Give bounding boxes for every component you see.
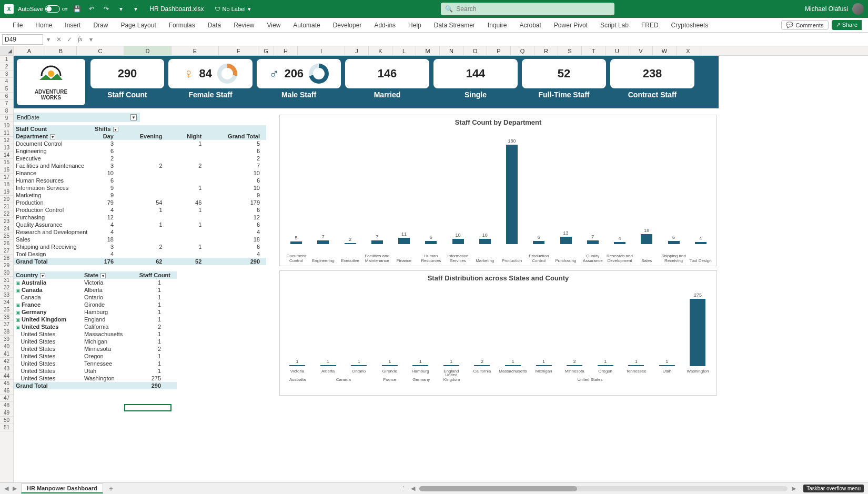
table-row[interactable]: Production Control4116 bbox=[14, 206, 266, 214]
ribbon-tab-script-lab[interactable]: Script Lab bbox=[594, 18, 635, 32]
row-header-49[interactable]: 49 bbox=[0, 409, 13, 417]
row-header-43[interactable]: 43 bbox=[0, 365, 13, 372]
table-row[interactable]: Quality Assurance4116 bbox=[14, 221, 266, 228]
row-header-32[interactable]: 32 bbox=[0, 284, 13, 291]
fx-icon[interactable]: fx bbox=[75, 35, 86, 43]
horizontal-scrollbar[interactable] bbox=[419, 486, 788, 491]
row-header-45[interactable]: 45 bbox=[0, 380, 13, 387]
table-row[interactable]: United StatesWashington275 bbox=[14, 375, 177, 382]
qat-more-icon[interactable]: ▾ bbox=[116, 4, 126, 14]
row-header-42[interactable]: 42 bbox=[0, 358, 13, 365]
row-header-10[interactable]: 10 bbox=[0, 122, 13, 129]
col-header-N[interactable]: N bbox=[440, 46, 463, 55]
formula-dropdown-icon[interactable]: ▾ bbox=[86, 36, 96, 43]
ribbon-tab-data[interactable]: Data bbox=[201, 18, 227, 32]
row-header-29[interactable]: 29 bbox=[0, 262, 13, 269]
table-row[interactable]: United StatesMichigan1 bbox=[14, 338, 177, 345]
table-row[interactable]: Human Resources66 bbox=[14, 177, 266, 184]
table-row[interactable]: Tool Design44 bbox=[14, 250, 266, 258]
ribbon-tab-data-streamer[interactable]: Data Streamer bbox=[428, 18, 481, 32]
col-header-V[interactable]: V bbox=[629, 46, 653, 55]
share-button[interactable]: ↗ Share bbox=[832, 20, 862, 30]
row-header-34[interactable]: 34 bbox=[0, 299, 13, 306]
table-row[interactable]: CanadaOntario1 bbox=[14, 294, 177, 301]
comments-button[interactable]: 💬 Comments bbox=[781, 20, 828, 30]
row-header-25[interactable]: 25 bbox=[0, 233, 13, 240]
table-row[interactable]: United StatesMassachusetts1 bbox=[14, 330, 177, 338]
dropdown-icon[interactable]: ▼ bbox=[40, 273, 45, 278]
col-header-U[interactable]: U bbox=[605, 46, 629, 55]
col-header-C[interactable]: C bbox=[77, 46, 124, 55]
cancel-formula-icon[interactable]: ✕ bbox=[54, 36, 64, 43]
dropdown-icon[interactable]: ▼ bbox=[113, 127, 118, 132]
ribbon-tab-home[interactable]: Home bbox=[29, 18, 58, 32]
table-row[interactable]: ▣GermanyHamburg1 bbox=[14, 308, 177, 316]
tab-nav-next-icon[interactable]: ▶ bbox=[13, 485, 17, 492]
col-header-R[interactable]: R bbox=[534, 46, 558, 55]
search-input[interactable] bbox=[456, 5, 610, 13]
ribbon-tab-fred[interactable]: FRED bbox=[635, 18, 665, 32]
sensitivity-label[interactable]: 🛡 No Label ▾ bbox=[215, 6, 251, 13]
worksheet-grid[interactable]: ADVENTUREWORKS 290♀84♂20614614452238 Sta… bbox=[14, 56, 868, 482]
row-header-50[interactable]: 50 bbox=[0, 417, 13, 424]
tab-nav-prev-icon[interactable]: ◀ bbox=[4, 485, 8, 492]
col-header-E[interactable]: E bbox=[171, 46, 219, 55]
row-header-44[interactable]: 44 bbox=[0, 372, 13, 380]
col-header-S[interactable]: S bbox=[558, 46, 582, 55]
chart-staff-by-state[interactable]: Staff Distribution across States and Cou… bbox=[279, 270, 717, 396]
ribbon-tab-draw[interactable]: Draw bbox=[87, 18, 114, 32]
col-header-T[interactable]: T bbox=[582, 46, 605, 55]
row-header-7[interactable]: 7 bbox=[0, 100, 13, 107]
table-row[interactable]: Facilities and Maintenance3227 bbox=[14, 162, 266, 169]
row-header-3[interactable]: 3 bbox=[0, 70, 13, 78]
ribbon-tab-help[interactable]: Help bbox=[402, 18, 428, 32]
ribbon-tab-insert[interactable]: Insert bbox=[58, 18, 87, 32]
save-icon[interactable]: 💾 bbox=[72, 4, 82, 14]
table-row[interactable]: Engineering66 bbox=[14, 147, 266, 155]
row-header-18[interactable]: 18 bbox=[0, 181, 13, 188]
collapse-icon[interactable]: ▣ bbox=[16, 317, 21, 322]
row-header-21[interactable]: 21 bbox=[0, 203, 13, 210]
table-row[interactable]: Research and Development44 bbox=[14, 228, 266, 236]
ribbon-tab-automate[interactable]: Automate bbox=[287, 18, 326, 32]
ribbon-tab-page-layout[interactable]: Page Layout bbox=[114, 18, 162, 32]
row-header-36[interactable]: 36 bbox=[0, 314, 13, 321]
col-header-J[interactable]: J bbox=[345, 46, 369, 55]
row-header-23[interactable]: 23 bbox=[0, 218, 13, 225]
formula-input[interactable] bbox=[96, 34, 868, 45]
enddate-filter[interactable]: EndDate ▼ bbox=[14, 113, 140, 122]
row-header-1[interactable]: 1 bbox=[0, 56, 13, 63]
collapse-icon[interactable]: ▣ bbox=[16, 303, 21, 308]
undo-icon[interactable]: ↶ bbox=[86, 4, 97, 14]
table-row[interactable]: Sales1818 bbox=[14, 236, 266, 243]
collapse-icon[interactable]: ▣ bbox=[16, 325, 21, 330]
row-header-39[interactable]: 39 bbox=[0, 336, 13, 343]
row-header-46[interactable]: 46 bbox=[0, 387, 13, 395]
enter-formula-icon[interactable]: ✓ bbox=[64, 36, 75, 43]
col-header-H[interactable]: H bbox=[274, 46, 298, 55]
table-row[interactable]: Purchasing1212 bbox=[14, 214, 266, 221]
pivot-country-state[interactable]: Country▼State▼Staff Count▣AustraliaVicto… bbox=[14, 271, 177, 389]
row-header-22[interactable]: 22 bbox=[0, 210, 13, 218]
row-header-14[interactable]: 14 bbox=[0, 152, 13, 159]
table-row[interactable]: Marketing99 bbox=[14, 191, 266, 199]
row-header-13[interactable]: 13 bbox=[0, 144, 13, 152]
table-row[interactable]: United StatesMinnesota2 bbox=[14, 345, 177, 352]
row-header-38[interactable]: 38 bbox=[0, 328, 13, 336]
row-header-12[interactable]: 12 bbox=[0, 137, 13, 144]
table-row[interactable]: ▣United KingdomEngland1 bbox=[14, 316, 177, 323]
row-header-47[interactable]: 47 bbox=[0, 395, 13, 402]
col-header-P[interactable]: P bbox=[487, 46, 511, 55]
table-row[interactable]: Finance1010 bbox=[14, 169, 266, 177]
col-header-W[interactable]: W bbox=[653, 46, 677, 55]
account-name[interactable]: Michael Olafusi bbox=[805, 5, 848, 13]
qat-customize-icon[interactable]: ▾ bbox=[130, 4, 141, 14]
filter-icon[interactable]: ▼ bbox=[130, 114, 137, 120]
col-header-I[interactable]: I bbox=[298, 46, 345, 55]
table-row[interactable]: Executive22 bbox=[14, 155, 266, 162]
table-row[interactable]: United StatesOregon1 bbox=[14, 352, 177, 360]
col-header-O[interactable]: O bbox=[463, 46, 487, 55]
col-header-A[interactable]: A bbox=[14, 46, 45, 55]
row-header-19[interactable]: 19 bbox=[0, 188, 13, 196]
chart-staff-by-dept[interactable]: Staff Count by Department 5Document Cont… bbox=[279, 115, 717, 266]
